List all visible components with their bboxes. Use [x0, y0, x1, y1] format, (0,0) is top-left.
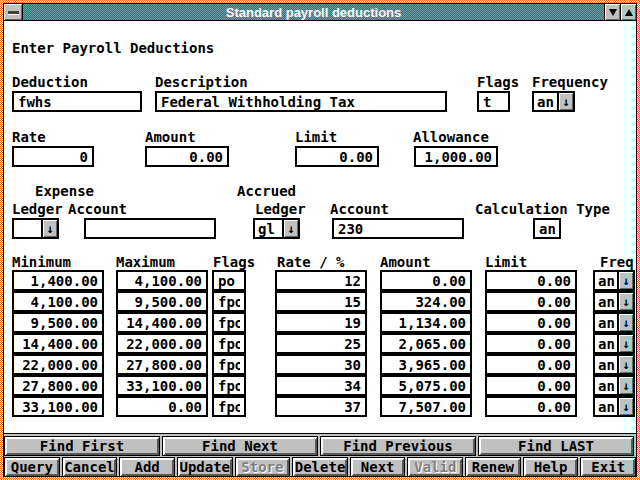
renew-button[interactable]: Renew: [465, 457, 521, 477]
maximize-button[interactable]: [620, 4, 636, 20]
row-freq-select[interactable]: an↓: [593, 375, 635, 396]
row-freq-select[interactable]: an↓: [593, 312, 635, 333]
table-cell-minimum[interactable]: [12, 396, 104, 417]
chevron-down-icon[interactable]: ↓: [617, 314, 633, 331]
table-cell-amount[interactable]: [380, 375, 472, 396]
table-cell-limit[interactable]: [485, 396, 577, 417]
limit-input[interactable]: [295, 146, 379, 167]
table-cell-limit[interactable]: [485, 270, 577, 291]
find-last-button[interactable]: Find LAST: [478, 436, 634, 456]
accrued-account-input[interactable]: [332, 218, 464, 239]
table-cell-amount[interactable]: [380, 312, 472, 333]
table-cell-maximum[interactable]: [116, 312, 208, 333]
help-button[interactable]: Help: [523, 457, 579, 477]
table-cell-rate[interactable]: [275, 270, 367, 291]
query-button[interactable]: Query: [4, 457, 60, 477]
chevron-down-icon[interactable]: ↓: [617, 398, 633, 415]
table-cell-limit[interactable]: [485, 291, 577, 312]
description-input[interactable]: [155, 91, 447, 112]
page-title: Enter Payroll Deductions: [12, 40, 214, 56]
exit-button[interactable]: Exit: [580, 457, 636, 477]
table-cell-limit[interactable]: [485, 312, 577, 333]
col-limit-header: Limit: [485, 255, 527, 270]
table-cell-amount[interactable]: [380, 270, 472, 291]
table-cell-minimum[interactable]: [12, 312, 104, 333]
table-cell-flags[interactable]: [212, 333, 246, 354]
table-cell-minimum[interactable]: [12, 354, 104, 375]
table-cell-rate[interactable]: [275, 375, 367, 396]
table-cell-flags[interactable]: [212, 396, 246, 417]
action-button-row: QueryCancelAddUpdateStoreDeleteNextValid…: [4, 457, 636, 477]
accrued-account-label: Account: [330, 202, 389, 217]
row-freq-select[interactable]: an↓: [593, 270, 635, 291]
table-cell-limit[interactable]: [485, 375, 577, 396]
row-freq-select[interactable]: an↓: [593, 291, 635, 312]
chevron-down-icon[interactable]: ↓: [557, 93, 573, 110]
chevron-down-icon[interactable]: ↓: [617, 335, 633, 352]
add-button[interactable]: Add: [119, 457, 175, 477]
row-freq-select[interactable]: an↓: [593, 396, 635, 417]
next-button[interactable]: Next: [350, 457, 406, 477]
store-button: Store: [235, 457, 291, 477]
deduction-label: Deduction: [12, 75, 88, 90]
minimize-button[interactable]: [604, 4, 620, 20]
calculation-type-input[interactable]: [533, 218, 561, 239]
table-cell-minimum[interactable]: [12, 270, 104, 291]
window-title: Standard payroll deductions: [23, 4, 604, 20]
table-cell-rate[interactable]: [275, 396, 367, 417]
row-freq-select[interactable]: an↓: [593, 333, 635, 354]
expense-account-input[interactable]: [84, 218, 216, 239]
row-freq-value: an: [595, 377, 617, 394]
chevron-down-icon[interactable]: ↓: [617, 293, 633, 310]
table-cell-maximum[interactable]: [116, 333, 208, 354]
system-menu-button[interactable]: [4, 4, 23, 20]
table-cell-minimum[interactable]: [12, 333, 104, 354]
chevron-down-icon[interactable]: ↓: [617, 377, 633, 394]
table-cell-rate[interactable]: [275, 291, 367, 312]
table-cell-rate[interactable]: [275, 333, 367, 354]
accrued-ledger-select[interactable]: gl ↓: [253, 218, 300, 239]
allowance-input[interactable]: [414, 146, 498, 167]
chevron-down-icon[interactable]: ↓: [617, 356, 633, 373]
table-cell-minimum[interactable]: [12, 375, 104, 396]
table-cell-limit[interactable]: [485, 333, 577, 354]
amount-input[interactable]: [145, 146, 229, 167]
chevron-down-icon[interactable]: ↓: [41, 220, 57, 237]
flags-input[interactable]: [477, 91, 510, 112]
cancel-button[interactable]: Cancel: [62, 457, 118, 477]
table-cell-flags[interactable]: [212, 312, 246, 333]
table-cell-maximum[interactable]: [116, 291, 208, 312]
rate-input[interactable]: [12, 146, 94, 167]
table-cell-amount[interactable]: [380, 333, 472, 354]
table-cell-amount[interactable]: [380, 291, 472, 312]
update-button[interactable]: Update: [177, 457, 233, 477]
table-cell-amount[interactable]: [380, 396, 472, 417]
table-cell-limit[interactable]: [485, 354, 577, 375]
table-cell-maximum[interactable]: [116, 270, 208, 291]
chevron-down-icon[interactable]: ↓: [617, 272, 633, 289]
delete-button[interactable]: Delete: [292, 457, 348, 477]
frequency-select[interactable]: an ↓: [532, 91, 575, 112]
deduction-input[interactable]: [12, 91, 142, 112]
chevron-down-icon[interactable]: ↓: [282, 220, 298, 237]
col-rate-header: Rate / %: [277, 255, 344, 270]
table-cell-flags[interactable]: [212, 270, 246, 291]
table-cell-maximum[interactable]: [116, 354, 208, 375]
table-cell-minimum[interactable]: [12, 291, 104, 312]
table-cell-rate[interactable]: [275, 312, 367, 333]
table-cell-amount[interactable]: [380, 354, 472, 375]
find-first-button[interactable]: Find First: [4, 436, 160, 456]
col-flags-header: Flags: [213, 255, 255, 270]
find-next-button[interactable]: Find Next: [162, 436, 318, 456]
table-cell-flags[interactable]: [212, 375, 246, 396]
table-cell-maximum[interactable]: [116, 375, 208, 396]
maximize-icon: [625, 9, 633, 16]
table-cell-flags[interactable]: [212, 354, 246, 375]
table-cell-rate[interactable]: [275, 354, 367, 375]
table-cell-maximum[interactable]: [116, 396, 208, 417]
expense-account-label: Account: [68, 202, 127, 217]
find-previous-button[interactable]: Find Previous: [320, 436, 476, 456]
row-freq-select[interactable]: an↓: [593, 354, 635, 375]
expense-ledger-select[interactable]: ↓: [12, 218, 59, 239]
table-cell-flags[interactable]: [212, 291, 246, 312]
